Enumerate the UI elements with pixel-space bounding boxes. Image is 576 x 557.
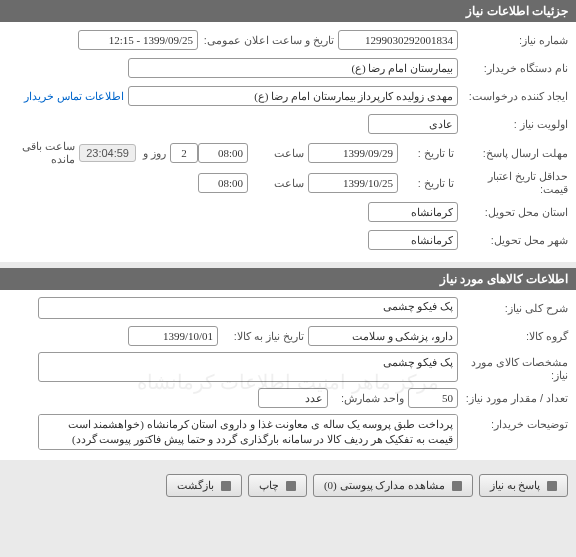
panel-need-details: جزئیات اطلاعات نیاز شماره نیاز: تاریخ و … [0, 0, 576, 262]
back-button[interactable]: بازگشت [166, 474, 242, 497]
to-date-label: تا تاریخ : [398, 147, 458, 160]
remain-label: ساعت باقی مانده [8, 140, 79, 166]
panel1-header: جزئیات اطلاعات نیاز [0, 0, 576, 22]
city-label: شهر محل تحویل: [458, 234, 568, 247]
gen-desc-label: شرح کلی نیاز: [458, 302, 568, 315]
deadline-time-input [198, 143, 248, 163]
time-label-1: ساعت [248, 147, 308, 160]
spec-label: مشخصات کالای مورد نیاز: [458, 352, 568, 382]
priority-input [368, 114, 458, 134]
qty-input [408, 388, 458, 408]
creator-input [128, 86, 458, 106]
need-by-label: تاریخ نیاز به کالا: [218, 330, 308, 343]
pub-date-label: تاریخ و ساعت اعلان عمومی: [198, 34, 338, 47]
reply-button-label: پاسخ به نیاز [490, 479, 541, 491]
province-input [368, 202, 458, 222]
attachments-count: (0) [324, 479, 337, 491]
notes-label: توضیحات خریدار: [458, 414, 568, 431]
gen-desc-input [38, 297, 458, 319]
unit-label: واحد شمارش: [328, 392, 408, 405]
reply-icon [547, 481, 557, 491]
days-remaining-input [170, 143, 198, 163]
to-date-label-2: تا تاریخ : [398, 177, 458, 190]
action-bar: پاسخ به نیاز مشاهده مدارک پیوستی (0) چاپ… [0, 466, 576, 505]
priority-label: اولویت نیاز : [458, 118, 568, 131]
spec-input [38, 352, 458, 382]
city-input [368, 230, 458, 250]
need-no-input [338, 30, 458, 50]
unit-input [258, 388, 328, 408]
days-label: روز و [136, 147, 170, 160]
buyer-input [128, 58, 458, 78]
province-label: استان محل تحویل: [458, 206, 568, 219]
print-button-label: چاپ [259, 479, 279, 491]
minvalid-label: حداقل تاریخ اعتبار قیمت: [458, 170, 568, 196]
reply-button[interactable]: پاسخ به نیاز [479, 474, 568, 497]
panel2-header: اطلاعات کالاهای مورد نیاز [0, 268, 576, 290]
back-button-label: بازگشت [177, 479, 214, 491]
creator-label: ایجاد کننده درخواست: [458, 90, 568, 103]
print-button[interactable]: چاپ [248, 474, 307, 497]
deadline-label: مهلت ارسال پاسخ: [458, 147, 568, 160]
attachments-button-label: مشاهده مدارک پیوستی [340, 479, 446, 491]
minvalid-date-input [308, 173, 398, 193]
panel-goods-info: اطلاعات کالاهای مورد نیاز شرح کلی نیاز: … [0, 268, 576, 460]
minvalid-time-input [198, 173, 248, 193]
pub-date-input [78, 30, 198, 50]
group-label: گروه کالا: [458, 330, 568, 343]
qty-label: تعداد / مقدار مورد نیاز: [458, 392, 568, 405]
print-icon [286, 481, 296, 491]
group-input [308, 326, 458, 346]
need-by-input [128, 326, 218, 346]
buyer-label: نام دستگاه خریدار: [458, 62, 568, 75]
need-no-label: شماره نیاز: [458, 34, 568, 47]
back-icon [221, 481, 231, 491]
attachment-icon [452, 481, 462, 491]
attachments-button[interactable]: مشاهده مدارک پیوستی (0) [313, 474, 473, 497]
deadline-date-input [308, 143, 398, 163]
notes-input [38, 414, 458, 450]
countdown-chip: 23:04:59 [79, 144, 136, 162]
contact-link[interactable]: اطلاعات تماس خریدار [24, 90, 128, 103]
time-label-2: ساعت [248, 177, 308, 190]
